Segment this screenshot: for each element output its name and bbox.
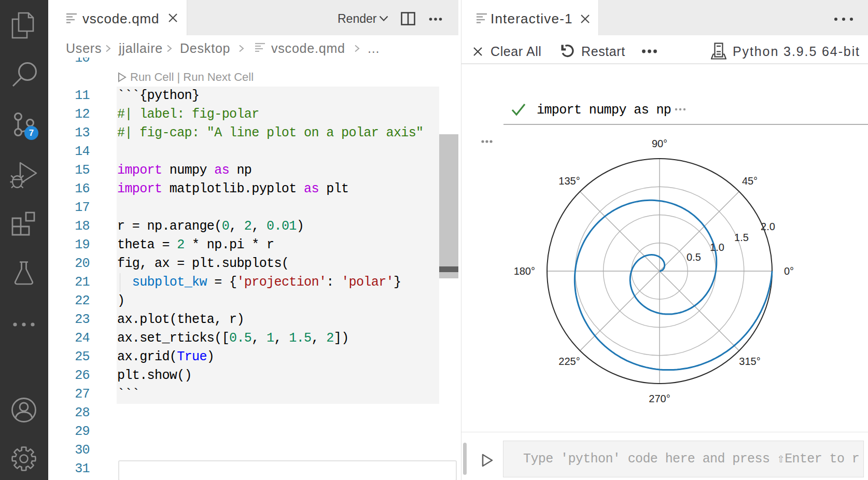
svg-text:270°: 270° — [649, 393, 670, 404]
svg-text:180°: 180° — [514, 265, 535, 277]
svg-text:1.5: 1.5 — [734, 232, 749, 243]
svg-text:315°: 315° — [739, 356, 760, 367]
svg-text:1.0: 1.0 — [710, 242, 724, 253]
svg-text:0°: 0° — [784, 265, 794, 277]
svg-text:45°: 45° — [742, 175, 758, 187]
svg-text:0.5: 0.5 — [687, 251, 701, 263]
svg-text:225°: 225° — [558, 356, 580, 367]
svg-text:2.0: 2.0 — [761, 221, 775, 232]
svg-text:90°: 90° — [652, 138, 667, 149]
svg-text:135°: 135° — [558, 175, 580, 187]
